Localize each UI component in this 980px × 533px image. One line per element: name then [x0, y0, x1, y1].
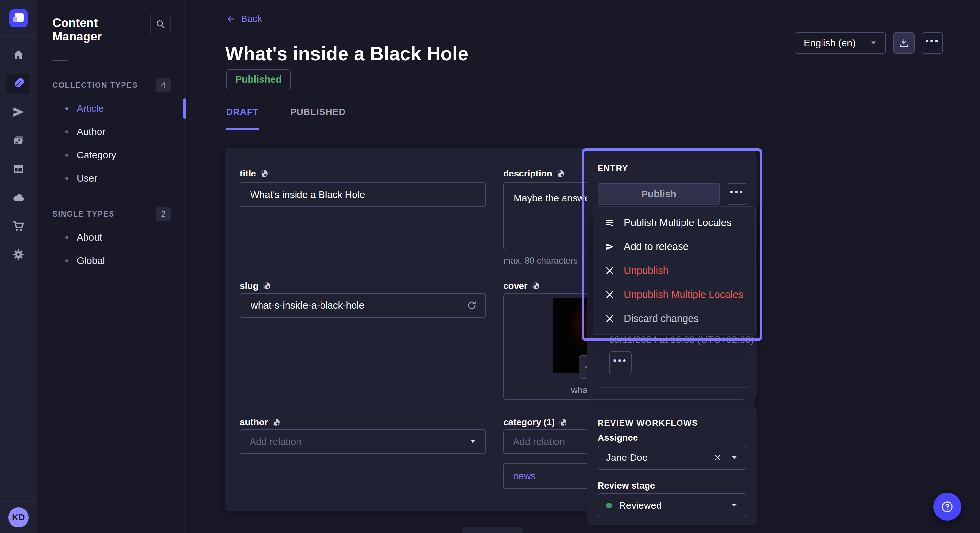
chevron-down-icon: [870, 40, 877, 46]
ellipsis-icon: •••: [925, 41, 940, 45]
menu-item-add-to-release[interactable]: Add to release: [593, 235, 756, 259]
category-field-label: category (1): [503, 417, 567, 427]
collection-types-label: COLLECTION TYPES: [52, 81, 138, 90]
brand-area: [0, 0, 37, 36]
cross-icon: [605, 314, 615, 324]
bullet-icon: [65, 107, 68, 110]
menu-item-publish-multiple-locales[interactable]: Publish Multiple Locales: [593, 211, 756, 235]
scheduled-date-text: 09/11/2024 at 16:00 (UTC+02:00): [609, 334, 754, 345]
back-label: Back: [241, 14, 262, 24]
menu-item-label: Unpublish Multiple Locales: [624, 289, 743, 300]
single-types-list: About Global: [52, 226, 171, 272]
sidebar-item-about[interactable]: About: [52, 226, 171, 249]
right-sidebar: ENTRY Publish ••• 09/11/2024 at 16:00 (U…: [582, 148, 764, 533]
menu-item-label: Unpublish: [624, 265, 668, 276]
author-relation-combobox[interactable]: Add relation: [240, 429, 486, 454]
author-placeholder: Add relation: [250, 436, 301, 447]
globe-icon: [262, 282, 271, 290]
sidebar-item-label: Article: [77, 103, 104, 114]
description-helper: max. 80 characters: [503, 256, 578, 266]
paper-plane-icon: [605, 241, 615, 252]
content-manager-subnav: Content Manager COLLECTION TYPES 4 Artic…: [37, 0, 186, 533]
menu-item-label: Add to release: [624, 241, 689, 252]
header-more-button[interactable]: •••: [922, 32, 943, 54]
entry-panel-label: ENTRY: [598, 163, 628, 174]
menu-item-discard-changes[interactable]: Discard changes: [593, 307, 756, 331]
title-input[interactable]: [240, 182, 486, 207]
tabs-divider: [226, 130, 943, 130]
assignee-select[interactable]: Jane Doe: [598, 446, 746, 470]
sidebar-item-author[interactable]: Author: [52, 120, 171, 143]
scheduled-more-button[interactable]: •••: [609, 351, 632, 374]
subnav-title: Content Manager: [52, 16, 150, 43]
review-workflows-panel: REVIEW WORKFLOWS Assignee Jane Doe Revie…: [587, 408, 757, 525]
settings-gear-icon[interactable]: [6, 244, 30, 265]
menu-item-label: Discard changes: [624, 313, 699, 324]
publish-actions-menu: Publish Multiple Locales Add to release …: [593, 206, 756, 335]
category-placeholder: Add relation: [513, 436, 565, 447]
regenerate-icon[interactable]: [467, 300, 477, 311]
home-icon[interactable]: [6, 45, 30, 65]
globe-icon: [556, 169, 565, 178]
title-field-label: title: [240, 168, 268, 179]
review-stage-select[interactable]: Reviewed: [598, 493, 746, 517]
menu-item-label: Publish Multiple Locales: [624, 217, 732, 228]
menu-item-unpublish-multiple-locales[interactable]: Unpublish Multiple Locales: [593, 283, 756, 307]
sidebar-item-label: Global: [77, 255, 105, 266]
chevron-down-icon: [731, 455, 738, 460]
clear-assignee-icon[interactable]: [713, 453, 722, 462]
chevron-down-icon: [469, 439, 476, 444]
locale-value: English (en): [804, 38, 856, 49]
media-library-icon[interactable]: [6, 130, 30, 151]
bullet-icon: [65, 259, 68, 262]
active-indicator: [183, 98, 186, 119]
rail-footer: KD: [0, 501, 37, 533]
sidebar-item-article[interactable]: Article: [52, 97, 171, 120]
download-icon[interactable]: [893, 32, 915, 54]
list-plus-icon: [605, 217, 615, 228]
tab-published[interactable]: PUBLISHED: [290, 107, 346, 130]
bullet-icon: [65, 154, 68, 157]
slug-field: [240, 293, 486, 318]
bullet-icon: [65, 130, 68, 133]
cloud-icon[interactable]: [6, 187, 30, 208]
rail-nav: [6, 45, 30, 265]
cross-icon: [605, 265, 615, 276]
assignee-value: Jane Doe: [606, 452, 713, 463]
locale-select[interactable]: English (en): [795, 32, 886, 54]
ellipsis-icon: •••: [613, 361, 627, 365]
search-icon[interactable]: [150, 14, 171, 34]
globe-icon: [260, 169, 268, 178]
content-type-builder-icon[interactable]: [6, 159, 30, 179]
back-link[interactable]: Back: [226, 14, 262, 24]
single-types-count-badge: 2: [156, 207, 171, 221]
tab-draft[interactable]: DRAFT: [226, 107, 259, 130]
arrow-left-icon: [226, 14, 236, 24]
review-workflows-label: REVIEW WORKFLOWS: [598, 418, 698, 428]
sidebar-item-global[interactable]: Global: [52, 249, 171, 272]
relation-link-news[interactable]: news: [513, 471, 536, 482]
strapi-logo-icon: [10, 9, 27, 27]
content-manager-feather-icon[interactable]: [6, 73, 30, 94]
sidebar-item-category[interactable]: Category: [52, 143, 171, 167]
entry-more-button[interactable]: •••: [727, 183, 747, 205]
stage-status-dot: [606, 503, 612, 508]
sidebar-item-user[interactable]: User: [52, 167, 171, 190]
publish-button[interactable]: Publish: [598, 183, 720, 205]
releases-paper-plane-icon[interactable]: [6, 102, 30, 122]
page-title: What's inside a Black Hole: [225, 43, 468, 65]
review-stage-label: Review stage: [598, 481, 655, 491]
slug-field-label: slug: [240, 281, 271, 291]
header-controls: English (en) •••: [795, 32, 943, 54]
chevron-down-icon: [731, 503, 738, 508]
slug-input[interactable]: [250, 300, 467, 311]
marketplace-cart-icon[interactable]: [6, 216, 30, 236]
cover-field-label: cover: [503, 281, 540, 291]
bullet-icon: [65, 177, 68, 180]
bottom-peek-element: [462, 527, 523, 533]
help-button[interactable]: [933, 493, 961, 521]
user-avatar[interactable]: KD: [8, 508, 29, 528]
author-field-label: author: [240, 417, 280, 427]
menu-item-unpublish[interactable]: Unpublish: [593, 259, 756, 283]
description-field-label: description: [503, 168, 565, 179]
